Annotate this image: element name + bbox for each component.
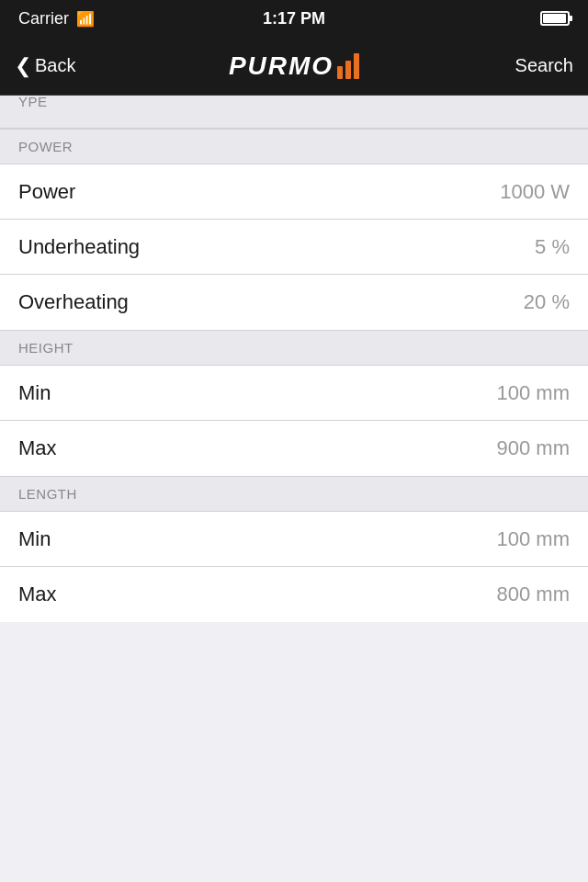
row-value: 5 % xyxy=(535,235,570,259)
row-label: Max xyxy=(18,436,57,460)
clipped-section-header: ype xyxy=(0,96,588,129)
logo-bar-3 xyxy=(354,53,359,79)
row-label: Underheating xyxy=(18,235,140,259)
logo-bar-2 xyxy=(345,61,351,79)
table-row[interactable]: Power1000 W xyxy=(0,164,588,220)
row-label: Overheating xyxy=(18,290,129,314)
clipped-section-label: ype xyxy=(18,96,570,109)
wifi-icon: 📶 xyxy=(76,10,95,28)
row-value: 20 % xyxy=(524,290,570,314)
section-header-height: HEIGHT xyxy=(0,330,588,366)
back-label: Back xyxy=(35,55,75,76)
back-button[interactable]: ❮ Back xyxy=(15,54,107,78)
search-button[interactable]: Search xyxy=(481,55,573,76)
table-section-power: Power1000 WUnderheating5 %Overheating20 … xyxy=(0,164,588,330)
row-label: Min xyxy=(18,381,51,405)
logo-text: PURMO xyxy=(229,51,334,81)
sections-container: POWERPower1000 WUnderheating5 %Overheati… xyxy=(0,129,588,622)
section-header-label-length: LENGTH xyxy=(18,486,570,502)
logo-bar-1 xyxy=(337,66,343,79)
status-bar: Carrier 📶 1:17 PM xyxy=(0,0,588,37)
row-label: Min xyxy=(18,527,51,551)
row-label: Max xyxy=(18,582,57,606)
table-section-length: Min100 mmMax800 mm xyxy=(0,512,588,622)
status-bar-time: 1:17 PM xyxy=(263,9,325,28)
row-value: 100 mm xyxy=(497,381,570,405)
battery-icon xyxy=(540,11,570,26)
section-header-power: POWER xyxy=(0,129,588,164)
row-value: 800 mm xyxy=(497,582,570,606)
row-value: 100 mm xyxy=(497,527,570,551)
section-header-label-power: POWER xyxy=(18,139,570,154)
section-header-label-height: HEIGHT xyxy=(18,340,570,356)
table-row[interactable]: Max900 mm xyxy=(0,421,588,476)
back-chevron-icon: ❮ xyxy=(15,54,31,78)
section-header-length: LENGTH xyxy=(0,476,588,512)
table-row[interactable]: Min100 mm xyxy=(0,512,588,567)
logo-bars-icon xyxy=(337,53,359,79)
status-bar-right xyxy=(459,11,570,26)
carrier-label: Carrier xyxy=(18,9,69,28)
row-label: Power xyxy=(18,180,75,204)
row-value: 900 mm xyxy=(497,436,570,460)
table-row[interactable]: Overheating20 % xyxy=(0,275,588,330)
row-value: 1000 W xyxy=(500,180,570,204)
logo: PURMO xyxy=(229,51,359,81)
table-row[interactable]: Underheating5 % xyxy=(0,220,588,275)
status-bar-left: Carrier 📶 xyxy=(18,9,129,28)
table-section-height: Min100 mmMax900 mm xyxy=(0,366,588,476)
nav-bar: ❮ Back PURMO Search xyxy=(0,37,588,96)
table-row[interactable]: Max800 mm xyxy=(0,567,588,622)
table-row[interactable]: Min100 mm xyxy=(0,366,588,421)
